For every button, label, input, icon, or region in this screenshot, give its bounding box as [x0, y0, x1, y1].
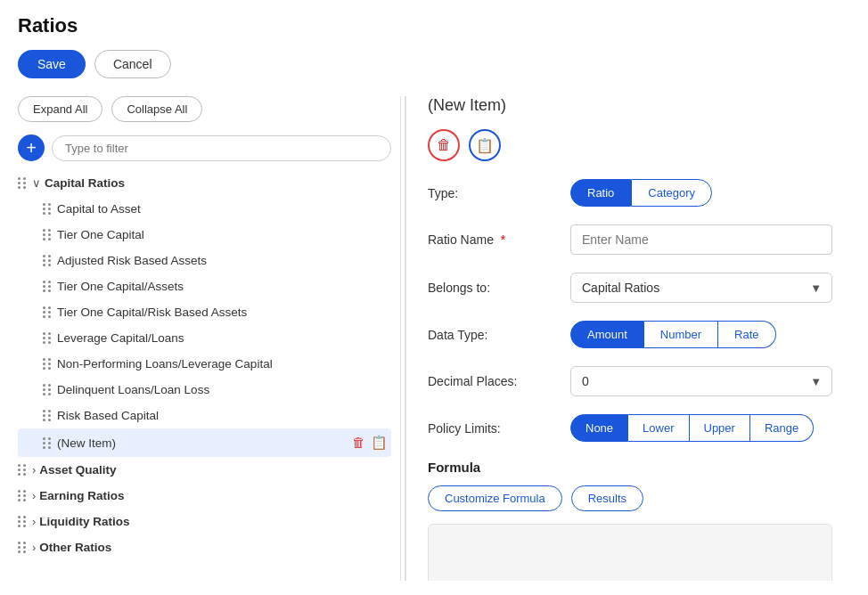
- main-layout: Expand All Collapse All + ∨ Capital R: [18, 96, 850, 581]
- cancel-button[interactable]: Cancel: [94, 50, 171, 78]
- formula-title: Formula: [428, 460, 832, 475]
- tree-item-label: Delinquent Loans/Loan Loss: [57, 383, 388, 396]
- drag-handle: [43, 437, 52, 449]
- copy-icon: 📋: [476, 137, 494, 154]
- belongs-to-row: Belongs to: Capital Ratios Asset Quality…: [428, 273, 832, 303]
- formula-textarea[interactable]: [428, 524, 832, 581]
- tree-item-tier-one-assets[interactable]: Tier One Capital/Assets: [18, 273, 391, 299]
- type-row: Type: Ratio Category: [428, 179, 832, 207]
- chevron-icon[interactable]: ›: [32, 489, 36, 502]
- detail-delete-button[interactable]: 🗑: [428, 129, 460, 161]
- collapse-all-button[interactable]: Collapse All: [111, 96, 202, 122]
- tree-item-tier-one-risk[interactable]: Tier One Capital/Risk Based Assets: [18, 299, 391, 325]
- right-panel: (New Item) 🗑 📋 Type: Ratio Category: [410, 96, 850, 581]
- type-label: Type:: [428, 186, 570, 200]
- chevron-icon[interactable]: ›: [32, 515, 36, 528]
- delete-item-icon[interactable]: 🗑: [352, 435, 365, 451]
- policy-limits-label: Policy Limits:: [428, 421, 570, 436]
- policy-lower-button[interactable]: Lower: [628, 414, 689, 442]
- drag-handle: [43, 332, 52, 344]
- save-button[interactable]: Save: [18, 50, 86, 78]
- drag-handle: [18, 490, 27, 501]
- policy-range-button[interactable]: Range: [750, 414, 814, 442]
- customize-formula-button[interactable]: Customize Formula: [428, 485, 562, 511]
- tree-item-asset-quality[interactable]: › Asset Quality: [18, 457, 391, 483]
- tree-item-tier-one-capital[interactable]: Tier One Capital: [18, 222, 391, 248]
- tree-item-capital-to-asset[interactable]: Capital to Asset: [18, 196, 391, 222]
- drag-handle: [43, 281, 52, 292]
- tree-item-label: Earning Ratios: [39, 489, 388, 502]
- tree-item-label: Leverage Capital/Loans: [57, 331, 388, 345]
- tree-item-adj-risk[interactable]: Adjusted Risk Based Assets: [18, 248, 391, 273]
- tree-item-label: Capital Ratios: [45, 176, 388, 190]
- drag-handle: [43, 358, 52, 370]
- detail-copy-button[interactable]: 📋: [469, 129, 501, 161]
- tree-item-label: Capital to Asset: [57, 202, 388, 216]
- formula-buttons-row: Customize Formula Results: [428, 485, 832, 511]
- chevron-icon[interactable]: ›: [32, 541, 36, 554]
- detail-actions-row: 🗑 📋: [428, 129, 832, 161]
- tree-item-leverage[interactable]: Leverage Capital/Loans: [18, 325, 391, 351]
- expand-all-button[interactable]: Expand All: [18, 96, 102, 122]
- policy-upper-button[interactable]: Upper: [690, 414, 750, 442]
- filter-input[interactable]: [52, 135, 391, 161]
- drag-handle: [18, 464, 27, 476]
- tree-item-new-item[interactable]: (New Item) 🗑 📋: [18, 428, 391, 457]
- delete-icon: 🗑: [437, 137, 451, 153]
- drag-handle: [43, 229, 52, 240]
- expand-collapse-row: Expand All Collapse All: [18, 96, 391, 122]
- tree-item-non-performing[interactable]: Non-Performing Loans/Leverage Capital: [18, 351, 391, 377]
- tree-item-earning-ratios[interactable]: › Earning Ratios: [18, 483, 391, 509]
- drag-handle: [18, 177, 27, 189]
- tree-item-label: Asset Quality: [39, 463, 388, 477]
- add-item-button[interactable]: +: [18, 134, 45, 161]
- drag-handle: [43, 410, 52, 421]
- divider-line: [405, 96, 406, 581]
- data-type-toggle-group: Amount Number Rate: [570, 321, 832, 348]
- ratio-name-control: [570, 224, 832, 255]
- top-buttons-row: Save Cancel: [18, 50, 850, 78]
- drag-handle: [43, 203, 52, 215]
- type-category-button[interactable]: Category: [631, 179, 712, 207]
- plus-icon: +: [26, 139, 37, 157]
- copy-item-icon[interactable]: 📋: [371, 435, 388, 451]
- filter-row: +: [18, 134, 391, 161]
- drag-handle: [18, 542, 27, 553]
- type-toggle-group: Ratio Category: [570, 179, 832, 207]
- drag-handle: [18, 516, 27, 527]
- tree-item-delinquent[interactable]: Delinquent Loans/Loan Loss: [18, 377, 391, 403]
- belongs-to-label: Belongs to:: [428, 281, 570, 295]
- results-button[interactable]: Results: [571, 485, 643, 511]
- drag-handle: [43, 306, 52, 318]
- tree-item-label: (New Item): [57, 436, 347, 450]
- tree-item-label: Adjusted Risk Based Assets: [57, 254, 388, 267]
- ratio-name-label: Ratio Name *: [428, 232, 570, 247]
- policy-none-button[interactable]: None: [570, 414, 628, 442]
- tree-item-other-ratios[interactable]: › Other Ratios: [18, 534, 391, 560]
- type-ratio-button[interactable]: Ratio: [570, 179, 631, 207]
- decimal-places-control: 0 1 2 3 4 ▼: [570, 366, 832, 396]
- policy-limits-row: Policy Limits: None Lower Upper Range: [428, 414, 832, 442]
- required-star: *: [501, 232, 505, 247]
- belongs-to-select[interactable]: Capital Ratios Asset Quality Earning Rat…: [570, 273, 832, 303]
- ratio-name-row: Ratio Name *: [428, 224, 832, 255]
- data-type-number-button[interactable]: Number: [644, 321, 718, 348]
- data-type-label: Data Type:: [428, 328, 570, 342]
- tree-item-risk-based[interactable]: Risk Based Capital: [18, 403, 391, 428]
- decimal-places-label: Decimal Places:: [428, 374, 570, 388]
- tree-item-capital-ratios[interactable]: ∨ Capital Ratios: [18, 170, 391, 196]
- ratio-name-input[interactable]: [570, 224, 832, 255]
- chevron-icon[interactable]: ›: [32, 463, 36, 477]
- tree-item-actions: 🗑 📋: [352, 435, 388, 451]
- panel-divider: [401, 96, 410, 581]
- tree-item-label: Tier One Capital: [57, 228, 388, 241]
- chevron-icon[interactable]: ∨: [32, 176, 41, 190]
- tree-item-label: Risk Based Capital: [57, 409, 388, 422]
- formula-section: Formula Customize Formula Results The va…: [428, 460, 832, 581]
- data-type-rate-button[interactable]: Rate: [718, 321, 775, 348]
- decimal-places-select[interactable]: 0 1 2 3 4: [570, 366, 832, 396]
- tree-item-label: Liquidity Ratios: [39, 515, 388, 528]
- data-type-amount-button[interactable]: Amount: [570, 321, 644, 348]
- tree-item-liquidity-ratios[interactable]: › Liquidity Ratios: [18, 509, 391, 534]
- tree-item-label: Tier One Capital/Risk Based Assets: [57, 306, 388, 319]
